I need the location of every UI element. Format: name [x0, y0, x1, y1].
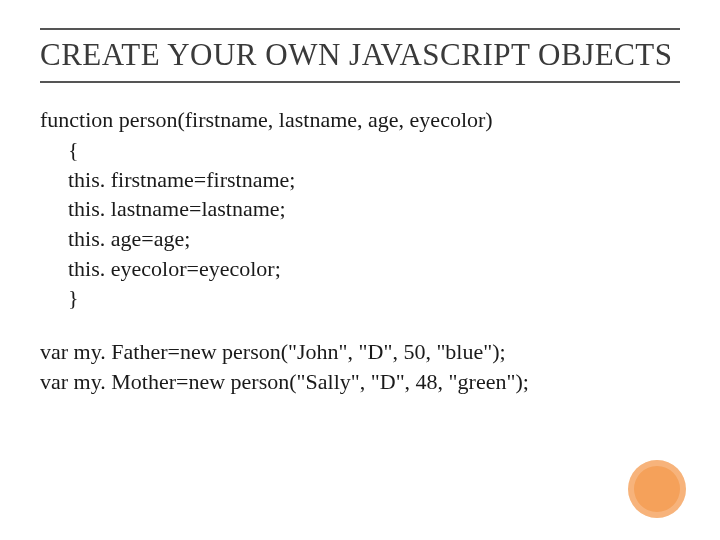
code-line: this. firstname=firstname; [40, 165, 680, 195]
title-rule-bottom [40, 81, 680, 83]
code-line: this. lastname=lastname; [40, 194, 680, 224]
slide: CREATE YOUR OWN JAVASCRIPT OBJECTS funct… [0, 0, 720, 540]
spacer [40, 313, 680, 337]
code-line: function person(firstname, lastname, age… [40, 105, 680, 135]
title-rule-top [40, 28, 680, 30]
code-line: this. eyecolor=eyecolor; [40, 254, 680, 284]
slide-body: function person(firstname, lastname, age… [40, 105, 680, 396]
slide-title: CREATE YOUR OWN JAVASCRIPT OBJECTS [40, 36, 680, 73]
code-line: } [40, 283, 680, 313]
decor-circle-icon [628, 460, 686, 518]
code-line: var my. Father=new person("John", "D", 5… [40, 337, 680, 367]
code-block: function person(firstname, lastname, age… [40, 105, 680, 313]
code-line: this. age=age; [40, 224, 680, 254]
code-line: var my. Mother=new person("Sally", "D", … [40, 367, 680, 397]
code-block: var my. Father=new person("John", "D", 5… [40, 337, 680, 396]
code-line: { [40, 135, 680, 165]
